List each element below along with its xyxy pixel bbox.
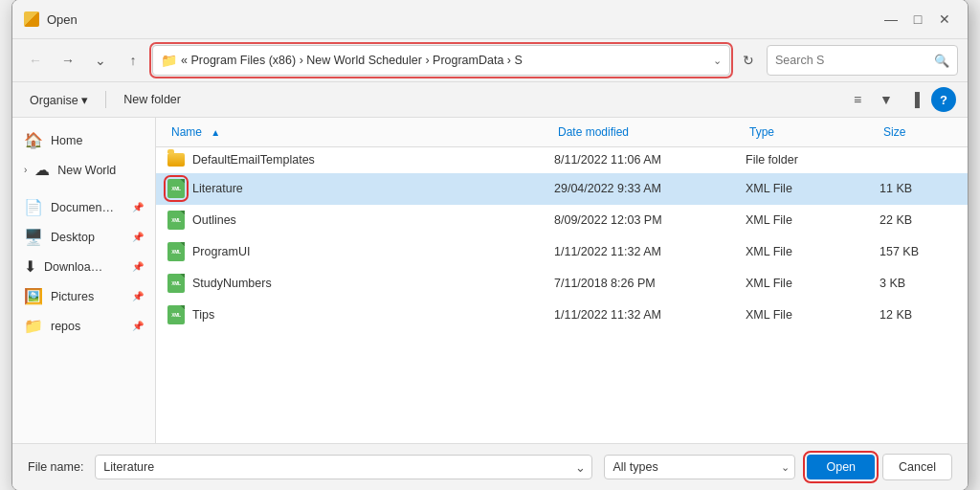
help-button[interactable]: ? [931,87,956,112]
search-icon: 🔍 [934,54,949,68]
new-world-icon: ☁ [34,161,50,179]
file-name: ProgramUI [192,245,250,258]
file-date: 29/04/2022 9:33 AM [554,182,746,195]
desktop-icon: 🖥️ [24,228,43,246]
open-dialog: Open — □ ✕ ← → ⌄ ↑ 📁 « Program Files (x8… [11,0,969,490]
table-row[interactable]: XML Literature 29/04/2022 9:33 AM XML Fi… [156,173,968,205]
file-size: 11 KB [880,182,956,195]
file-list-area: Name ▲ Date modified Type Size DefaultEm… [156,118,968,443]
file-name-cell: XML ProgramUI [167,242,554,261]
file-date: 1/11/2022 11:32 AM [554,245,746,258]
table-row[interactable]: XML ProgramUI 1/11/2022 11:32 AM XML Fil… [156,236,968,268]
file-name-cell: XML Tips [167,305,554,324]
table-row[interactable]: XML Tips 1/11/2022 11:32 AM XML File 12 … [156,300,968,331]
pictures-icon: 🖼️ [24,287,43,305]
pin-icon-repos: 📌 [132,321,144,331]
filename-dropdown-button[interactable]: ⌄ [568,455,592,479]
folder-icon [167,153,185,167]
downloads-icon: ⬇ [24,257,36,276]
minimize-button[interactable]: — [880,8,902,31]
repos-icon: 📁 [24,317,43,335]
bottom-bar: File name: ⌄ All types XML Files (*.xml)… [12,443,968,490]
pin-icon: 📌 [132,202,144,212]
header-type[interactable]: Type [746,123,880,141]
new-folder-button[interactable]: New folder [118,89,187,110]
header-size[interactable]: Size [880,123,956,141]
toolbar-separator [105,91,106,108]
breadcrumb-path: « Program Files (x86) › New World Schedu… [181,54,705,67]
sidebar-item-home[interactable]: 🏠 Home [12,125,155,155]
sidebar-item-repos-label: repos [51,320,80,333]
table-row[interactable]: XML Outlines 8/09/2022 12:03 PM XML File… [156,205,968,236]
filetype-select[interactable]: All types XML Files (*.xml) All Files (*… [604,455,795,479]
xml-icon: XML [167,274,185,293]
sidebar-item-desktop[interactable]: 🖥️ Desktop 📌 [12,222,155,252]
file-type: XML File [746,182,880,195]
cancel-button[interactable]: Cancel [882,454,952,480]
xml-icon: XML [167,242,185,261]
forward-button[interactable]: → [55,47,81,74]
dialog-title: Open [47,12,78,27]
recent-locations-button[interactable]: ⌄ [87,47,114,74]
file-type: XML File [746,308,880,322]
refresh-button[interactable]: ↻ [736,48,761,73]
detail-view-button[interactable]: ▼ [874,87,899,112]
maximize-button[interactable]: □ [906,8,929,31]
file-size: 22 KB [880,213,956,227]
sidebar-item-repos[interactable]: 📁 repos 📌 [12,311,155,341]
file-type: XML File [746,245,880,258]
sidebar-divider [12,185,155,192]
sidebar: 🏠 Home › ☁ New World 📄 Documen… 📌 🖥️ Des… [12,118,156,443]
dialog-icon [24,11,39,27]
file-name-cell: XML Literature [167,179,554,198]
main-content: 🏠 Home › ☁ New World 📄 Documen… 📌 🖥️ Des… [12,118,968,443]
back-button[interactable]: ← [22,47,49,74]
sidebar-item-home-label: Home [51,134,82,147]
file-name: DefaultEmailTemplates [192,153,315,167]
header-date[interactable]: Date modified [554,123,746,141]
filename-input[interactable] [95,455,592,479]
open-button[interactable]: Open [807,455,875,479]
filename-input-wrap: ⌄ [95,455,592,479]
breadcrumb-dropdown-icon: ⌄ [713,55,722,67]
list-view-button[interactable]: ≡ [845,87,870,112]
close-button[interactable]: ✕ [933,8,956,31]
header-name[interactable]: Name ▲ [167,123,554,141]
file-name: Outlines [192,213,236,227]
pin-icon-downloads: 📌 [132,261,144,272]
filename-label: File name: [28,460,83,474]
sidebar-item-documents[interactable]: 📄 Documen… 📌 [12,192,155,222]
sidebar-item-downloads[interactable]: ⬇ Downloa… 📌 [12,252,155,281]
file-date: 7/11/2018 8:26 PM [554,277,746,290]
pin-icon-pictures: 📌 [132,291,144,301]
title-bar-left: Open [24,11,78,27]
title-controls: — □ ✕ [880,8,956,31]
sidebar-item-pictures[interactable]: 🖼️ Pictures 📌 [12,281,155,311]
table-row[interactable]: DefaultEmailTemplates 8/11/2022 11:06 AM… [156,147,968,173]
search-box: 🔍 [767,45,958,76]
file-type: XML File [746,213,880,227]
title-bar: Open — □ ✕ [12,0,968,39]
file-date: 8/11/2022 11:06 AM [554,153,746,167]
breadcrumb-bar[interactable]: 📁 « Program Files (x86) › New World Sche… [152,45,730,76]
file-type: XML File [746,277,880,290]
file-name: StudyNumbers [192,277,272,290]
filetype-select-wrap: All types XML Files (*.xml) All Files (*… [604,455,795,479]
file-list-header: Name ▲ Date modified Type Size [156,118,968,147]
file-name: Tips [192,308,214,322]
file-size: 157 KB [880,245,956,258]
xml-icon: XML [167,305,185,324]
search-input[interactable] [775,54,928,67]
documents-icon: 📄 [24,198,43,216]
xml-icon: XML [167,179,185,198]
toolbar-right: ≡ ▼ ▐ ? [845,87,956,112]
toolbar: Organise ▾ New folder ≡ ▼ ▐ ? [12,82,968,118]
pane-view-button[interactable]: ▐ [902,87,927,112]
up-button[interactable]: ↑ [120,47,146,74]
table-row[interactable]: XML StudyNumbers 7/11/2018 8:26 PM XML F… [156,268,968,300]
sidebar-item-documents-label: Documen… [51,201,114,214]
organise-button[interactable]: Organise ▾ [24,89,94,111]
file-date: 8/09/2022 12:03 PM [554,213,746,227]
sidebar-item-new-world[interactable]: › ☁ New World [12,155,155,185]
nav-bar: ← → ⌄ ↑ 📁 « Program Files (x86) › New Wo… [12,39,968,82]
